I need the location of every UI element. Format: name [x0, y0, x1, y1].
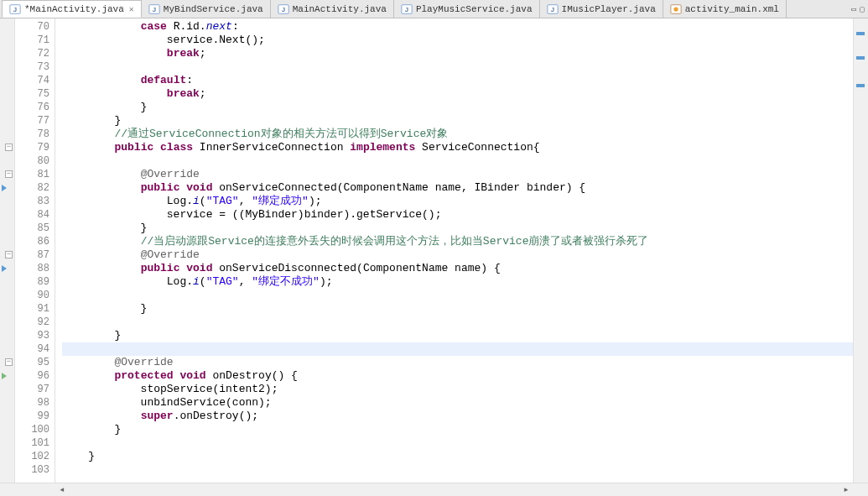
tab-2[interactable]: JMainActivity.java: [271, 0, 394, 18]
line-number: 78: [15, 128, 49, 141]
line-number: 102: [15, 450, 49, 463]
fold-icon[interactable]: −: [5, 144, 13, 151]
override-marker[interactable]: [2, 373, 7, 379]
line-number: 84: [15, 208, 49, 222]
code-line[interactable]: [62, 154, 853, 168]
svg-point-11: [673, 7, 678, 11]
code-line[interactable]: }: [62, 302, 853, 316]
tab-label: MainActivity.java: [293, 4, 387, 14]
code-line[interactable]: public class InnerServiceConnection impl…: [62, 141, 853, 154]
code-line[interactable]: stopService(intent2);: [62, 383, 853, 396]
fold-icon[interactable]: −: [5, 251, 13, 258]
line-number-gutter[interactable]: 7071727374757677787980818283848586878889…: [15, 18, 55, 483]
code-line[interactable]: super.onDestroy();: [62, 410, 853, 423]
tab-label: MyBindService.java: [164, 4, 263, 14]
svg-text:J: J: [550, 5, 554, 13]
tab-3[interactable]: JPlayMusicService.java: [394, 0, 540, 18]
line-number: 75: [15, 87, 49, 101]
tab-1[interactable]: JMyBindService.java: [142, 0, 271, 18]
code-line[interactable]: }: [62, 114, 853, 128]
line-number: 79: [15, 141, 49, 154]
overview-mark[interactable]: [856, 32, 865, 35]
file-icon: J: [401, 3, 413, 15]
line-number: 94: [15, 342, 49, 356]
line-number: 81: [15, 168, 49, 181]
line-number: 86: [15, 235, 49, 248]
close-icon[interactable]: ✕: [129, 4, 134, 14]
code-line[interactable]: break;: [62, 87, 853, 101]
code-line[interactable]: }: [62, 101, 853, 114]
tab-0[interactable]: J*MainActivity.java✕: [2, 0, 142, 18]
code-line[interactable]: [62, 463, 853, 477]
file-icon: J: [9, 3, 21, 15]
line-number: 85: [15, 222, 49, 235]
fold-icon[interactable]: −: [5, 170, 13, 178]
tab-label: activity_main.xml: [685, 4, 779, 14]
tab-4[interactable]: JIMusicPlayer.java: [540, 0, 663, 18]
line-number: 97: [15, 383, 49, 396]
code-line[interactable]: [62, 436, 853, 450]
overview-mark[interactable]: [856, 56, 865, 60]
code-line[interactable]: Log.i("TAG", "绑定成功");: [62, 195, 853, 208]
line-number: 71: [15, 34, 49, 47]
file-icon: [670, 3, 682, 15]
line-number: 83: [15, 195, 49, 208]
code-line[interactable]: [62, 342, 853, 356]
override-marker[interactable]: [2, 265, 7, 272]
tab-bar: J*MainActivity.java✕JMyBindService.javaJ…: [0, 0, 868, 18]
code-line[interactable]: public void onServiceConnected(Component…: [62, 181, 853, 195]
line-number: 96: [15, 369, 49, 383]
file-icon: J: [547, 3, 559, 15]
code-line[interactable]: [62, 316, 853, 329]
code-line[interactable]: public void onServiceDisconnected(Compon…: [62, 262, 853, 275]
scroll-right-arrow[interactable]: ►: [839, 483, 853, 497]
code-line[interactable]: case R.id.next:: [62, 20, 853, 34]
code-line[interactable]: @Override: [62, 168, 853, 181]
override-marker[interactable]: [2, 185, 7, 191]
line-number: 93: [15, 329, 49, 342]
code-line[interactable]: Log.i("TAG", "绑定不成功");: [62, 275, 853, 289]
maximize-icon[interactable]: ▢: [860, 4, 865, 14]
code-line[interactable]: @Override: [62, 356, 853, 369]
line-number: 70: [15, 20, 49, 34]
line-number: 103: [15, 463, 49, 477]
horizontal-scrollbar[interactable]: ◄ ►: [0, 483, 868, 496]
line-number: 91: [15, 302, 49, 316]
code-line[interactable]: }: [62, 222, 853, 235]
code-line[interactable]: protected void onDestroy() {: [62, 369, 853, 383]
line-number: 74: [15, 74, 49, 87]
tab-controls: ▭ ▢: [851, 4, 868, 14]
line-number: 82: [15, 181, 49, 195]
file-icon: J: [278, 3, 289, 15]
left-ruler[interactable]: −−−−: [0, 18, 15, 483]
fold-icon[interactable]: −: [5, 358, 13, 366]
right-ruler[interactable]: [853, 18, 868, 483]
code-editor[interactable]: case R.id.next: service.Next(); break; d…: [55, 18, 853, 483]
line-number: 99: [15, 410, 49, 423]
minimize-icon[interactable]: ▭: [851, 4, 856, 14]
code-line[interactable]: @Override: [62, 248, 853, 262]
tab-5[interactable]: activity_main.xml: [663, 0, 787, 18]
code-line[interactable]: }: [62, 450, 853, 463]
line-number: 98: [15, 396, 49, 410]
file-icon: J: [148, 3, 160, 15]
code-line[interactable]: //通过ServiceConnection对象的相关方法可以得到Service对…: [62, 128, 853, 141]
line-number: 73: [15, 60, 49, 74]
code-line[interactable]: }: [62, 423, 853, 436]
code-line[interactable]: }: [62, 329, 853, 342]
code-line[interactable]: default:: [62, 74, 853, 87]
scroll-left-arrow[interactable]: ◄: [55, 483, 69, 497]
scroll-track[interactable]: [69, 483, 839, 497]
code-line[interactable]: service = ((MyBinder)binder).getService(…: [62, 208, 853, 222]
code-line[interactable]: [62, 60, 853, 74]
overview-mark[interactable]: [856, 84, 865, 87]
code-line[interactable]: service.Next();: [62, 34, 853, 47]
code-line[interactable]: [62, 289, 853, 302]
line-number: 95: [15, 356, 49, 369]
code-line[interactable]: //当启动源跟Service的连接意外丢失的时候会调用这个方法，比如当Servi…: [62, 235, 853, 248]
code-line[interactable]: unbindService(conn);: [62, 396, 853, 410]
code-line[interactable]: break;: [62, 47, 853, 60]
svg-text:J: J: [282, 5, 285, 13]
line-number: 90: [15, 289, 49, 302]
line-number: 77: [15, 114, 49, 128]
